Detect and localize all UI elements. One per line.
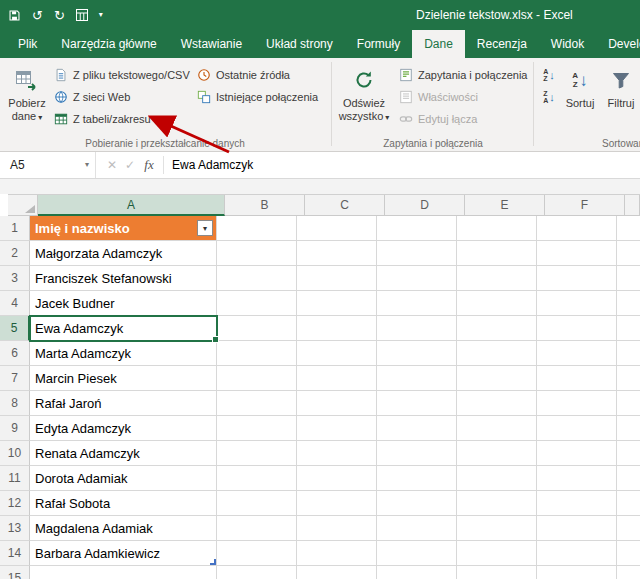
cells-b-f[interactable] (217, 341, 640, 366)
cell[interactable]: Rafał Sobota (30, 491, 217, 516)
cells-b-f[interactable] (217, 366, 640, 391)
cells-b-f[interactable] (217, 516, 640, 541)
sort-button[interactable]: AZ ↓ Sortuj (559, 61, 601, 110)
insert-function-button[interactable]: fx (140, 152, 158, 178)
tab-wstawianie[interactable]: Wstawianie (169, 30, 254, 58)
tab-narzedzia-glowne[interactable]: Narzędzia główne (49, 30, 168, 58)
column-header-a[interactable]: A (38, 195, 225, 216)
table-icon (53, 112, 68, 127)
cells-b-f[interactable] (217, 316, 640, 341)
cell[interactable] (30, 566, 217, 579)
row-header[interactable]: 13 (0, 516, 30, 541)
cell[interactable]: Magdalena Adamiak (30, 516, 217, 541)
row-header[interactable]: 2 (0, 241, 30, 266)
row-header[interactable]: 1 (0, 216, 30, 241)
name-box[interactable]: A5 ▾ (0, 152, 96, 178)
cell-text: Dorota Adamiak (35, 471, 128, 486)
cell[interactable]: Edyta Adamczyk (30, 416, 217, 441)
cell[interactable]: Barbara Adamkiewicz (30, 541, 217, 566)
row-header[interactable]: 5 (0, 316, 30, 341)
cells-b-f[interactable] (217, 216, 640, 241)
column-header-b[interactable]: B (225, 195, 305, 216)
link-icon (398, 112, 413, 127)
recent-sources-button[interactable]: Ostatnie źródła (196, 65, 290, 85)
name-box-caret-icon[interactable]: ▾ (85, 152, 89, 178)
cells-b-f[interactable] (217, 566, 640, 579)
row-header[interactable]: 7 (0, 366, 30, 391)
cell[interactable]: Renata Adamczyk (30, 441, 217, 466)
row-header[interactable]: 14 (0, 541, 30, 566)
cell[interactable]: Dorota Adamiak (30, 466, 217, 491)
tab-uklad-strony[interactable]: Układ strony (254, 30, 345, 58)
get-data-button[interactable]: Pobierz dane▾ (3, 61, 51, 124)
cell-text: Marta Adamczyk (35, 346, 131, 361)
formula-input[interactable]: Ewa Adamczyk (172, 152, 253, 178)
tab-plik[interactable]: Plik (6, 30, 49, 58)
row-header[interactable]: 3 (0, 266, 30, 291)
tab-formuly[interactable]: Formuły (345, 30, 412, 58)
tab-widok[interactable]: Widok (539, 30, 596, 58)
row-header[interactable]: 10 (0, 441, 30, 466)
tab-developer[interactable]: Developer (596, 30, 640, 58)
cells-b-f[interactable] (217, 391, 640, 416)
queries-connections-button[interactable]: Zapytania i połączenia (398, 65, 527, 85)
select-all-button[interactable] (8, 195, 38, 216)
selected-cell[interactable]: Ewa Adamczyk (30, 316, 217, 341)
column-header-c[interactable]: C (305, 195, 385, 216)
row-header[interactable]: 8 (0, 391, 30, 416)
fill-handle[interactable] (212, 336, 219, 343)
cells-b-f[interactable] (217, 541, 640, 566)
cell[interactable]: Marcin Piesek (30, 366, 217, 391)
properties-button: Właściwości (398, 87, 478, 107)
column-header-d[interactable]: D (385, 195, 465, 216)
edit-links-button: Edytuj łącza (398, 109, 477, 129)
row-header[interactable]: 9 (0, 416, 30, 441)
table-header-cell[interactable]: Imię i nazwisko ▾ (30, 216, 217, 241)
group-label-get-transform: Pobieranie i przekształcanie danych (0, 138, 330, 149)
sort-ascending-button[interactable]: AZ ↓ (539, 65, 559, 85)
tab-dane[interactable]: Dane (412, 30, 465, 58)
excel-window: ↺ ↻ ▾ Dzielenie tekstow.xlsx - Excel Pli… (0, 0, 640, 579)
column-header-f[interactable]: F (545, 195, 625, 216)
touch-mode-icon[interactable] (76, 9, 88, 21)
cells-b-f[interactable] (217, 241, 640, 266)
from-web-button[interactable]: Z sieci Web (53, 87, 130, 107)
qat-customize-icon[interactable]: ▾ (99, 11, 103, 19)
redo-icon[interactable]: ↻ (54, 9, 65, 22)
row-header[interactable]: 11 (0, 466, 30, 491)
row-header[interactable]: 6 (0, 341, 30, 366)
cell-text: Edyta Adamczyk (35, 421, 131, 436)
cells-b-f[interactable] (217, 466, 640, 491)
sheet-row: 4 Jacek Budner (0, 291, 640, 316)
cancel-entry-icon[interactable]: ✕ (104, 152, 120, 178)
cell[interactable]: Franciszek Stefanowski (30, 266, 217, 291)
filter-button[interactable]: Filtruj (602, 61, 640, 110)
cell[interactable]: Marta Adamczyk (30, 341, 217, 366)
column-header-e[interactable]: E (465, 195, 545, 216)
cell-text: Barbara Adamkiewicz (35, 546, 160, 561)
sort-descending-button[interactable]: ZA ↓ (539, 87, 559, 107)
text-csv-file-icon (53, 68, 68, 83)
existing-connections-button[interactable]: Istniejące połączenia (196, 87, 318, 107)
cells-b-f[interactable] (217, 291, 640, 316)
from-table-range-button[interactable]: Z tabeli/zakresu (53, 109, 151, 129)
cells-b-f[interactable] (217, 416, 640, 441)
tab-recenzja[interactable]: Recenzja (465, 30, 539, 58)
cells-b-f[interactable] (217, 441, 640, 466)
table-resize-handle[interactable] (210, 559, 216, 565)
undo-icon[interactable]: ↺ (32, 9, 43, 22)
cell[interactable]: Jacek Budner (30, 291, 217, 316)
save-icon[interactable] (8, 9, 21, 22)
from-text-csv-button[interactable]: Z pliku tekstowego/CSV (53, 65, 190, 85)
cell[interactable]: Małgorzata Adamczyk (30, 241, 217, 266)
column-header-partial[interactable] (625, 195, 640, 216)
filter-dropdown-button[interactable]: ▾ (197, 220, 213, 236)
cells-b-f[interactable] (217, 266, 640, 291)
row-header[interactable]: 15 (0, 566, 30, 579)
row-header[interactable]: 12 (0, 491, 30, 516)
refresh-all-button[interactable]: Odśwież wszystko▾ (336, 61, 392, 124)
confirm-entry-icon[interactable]: ✓ (122, 152, 138, 178)
cell[interactable]: Rafał Jaroń (30, 391, 217, 416)
row-header[interactable]: 4 (0, 291, 30, 316)
cells-b-f[interactable] (217, 491, 640, 516)
